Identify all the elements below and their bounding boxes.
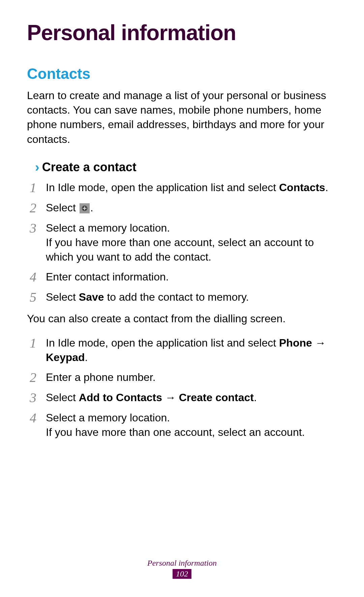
steps-list-a: 1 In Idle mode, open the application lis… — [27, 180, 337, 305]
note-paragraph: You can also create a contact from the d… — [27, 311, 337, 326]
section-intro: Learn to create and manage a list of you… — [27, 88, 337, 147]
step-number: 3 — [27, 221, 46, 236]
step-number: 1 — [27, 180, 46, 195]
chevron-right-icon: › — [35, 161, 39, 174]
step-text: . — [325, 181, 328, 193]
step-body: Enter contact information. — [46, 270, 337, 284]
step-text: Select — [46, 391, 79, 404]
step-bold: Create contact — [179, 391, 254, 404]
step-item: 2 Enter a phone number. — [27, 370, 337, 385]
arrow-right-icon: → — [312, 337, 326, 349]
step-text: . — [90, 202, 93, 214]
step-body: Select a memory location. If you have mo… — [46, 221, 337, 265]
step-item: 2 Select . — [27, 201, 337, 215]
step-number: 2 — [27, 201, 46, 215]
footer-section-title: Personal information — [0, 559, 364, 568]
step-text: Select a memory location. — [46, 222, 170, 234]
plus-icon — [80, 203, 90, 213]
arrow-right-icon: → — [162, 391, 179, 404]
step-item: 3 Select a memory location. If you have … — [27, 221, 337, 265]
step-number: 1 — [27, 336, 46, 351]
section-title-contacts: Contacts — [27, 65, 337, 82]
step-body: Select . — [46, 201, 337, 215]
step-bold: Phone — [279, 337, 312, 349]
step-text: . — [254, 391, 257, 404]
step-body: Select Save to add the contact to memory… — [46, 290, 337, 304]
step-number: 4 — [27, 270, 46, 285]
step-bold: Add to Contacts — [79, 391, 162, 404]
step-item: 4 Select a memory location. If you have … — [27, 411, 337, 440]
step-text: Enter contact information. — [46, 271, 169, 283]
step-item: 3 Select Add to Contacts → Create contac… — [27, 390, 337, 405]
step-text: Enter a phone number. — [46, 371, 156, 383]
step-text: In Idle mode, open the application list … — [46, 337, 279, 349]
subsection-title: Create a contact — [42, 160, 136, 174]
step-bold: Contacts — [279, 181, 325, 193]
step-body: Select a memory location. If you have mo… — [46, 411, 337, 440]
subsection-heading: › Create a contact — [35, 160, 337, 174]
step-number: 5 — [27, 290, 46, 305]
step-bold: Save — [79, 291, 104, 303]
page-footer: Personal information 102 — [0, 559, 364, 579]
step-body: Select Add to Contacts → Create contact. — [46, 390, 337, 405]
step-text: If you have more than one account, selec… — [46, 426, 305, 438]
step-body: In Idle mode, open the application list … — [46, 336, 337, 365]
page-number: 102 — [173, 569, 191, 579]
step-text: Select a memory location. — [46, 412, 170, 424]
step-text: . — [85, 351, 88, 363]
step-bold: Keypad — [46, 351, 85, 363]
step-number: 2 — [27, 370, 46, 385]
step-text: to add the contact to memory. — [104, 291, 249, 303]
step-text: In Idle mode, open the application list … — [46, 181, 279, 193]
step-item: 1 In Idle mode, open the application lis… — [27, 336, 337, 365]
steps-list-b: 1 In Idle mode, open the application lis… — [27, 336, 337, 440]
step-number: 3 — [27, 390, 46, 405]
step-text: Select — [46, 291, 79, 303]
svg-rect-2 — [83, 208, 86, 209]
step-item: 5 Select Save to add the contact to memo… — [27, 290, 337, 305]
subsection-create-contact: › Create a contact 1 In Idle mode, open … — [27, 160, 337, 440]
chapter-title: Personal information — [27, 20, 337, 45]
step-item: 4 Enter contact information. — [27, 270, 337, 285]
step-body: Enter a phone number. — [46, 370, 337, 385]
step-item: 1 In Idle mode, open the application lis… — [27, 180, 337, 195]
manual-page: Personal information Contacts Learn to c… — [0, 0, 364, 597]
step-body: In Idle mode, open the application list … — [46, 180, 337, 195]
step-text: Select — [46, 202, 79, 214]
step-text: If you have more than one account, selec… — [46, 236, 314, 263]
step-number: 4 — [27, 411, 46, 425]
